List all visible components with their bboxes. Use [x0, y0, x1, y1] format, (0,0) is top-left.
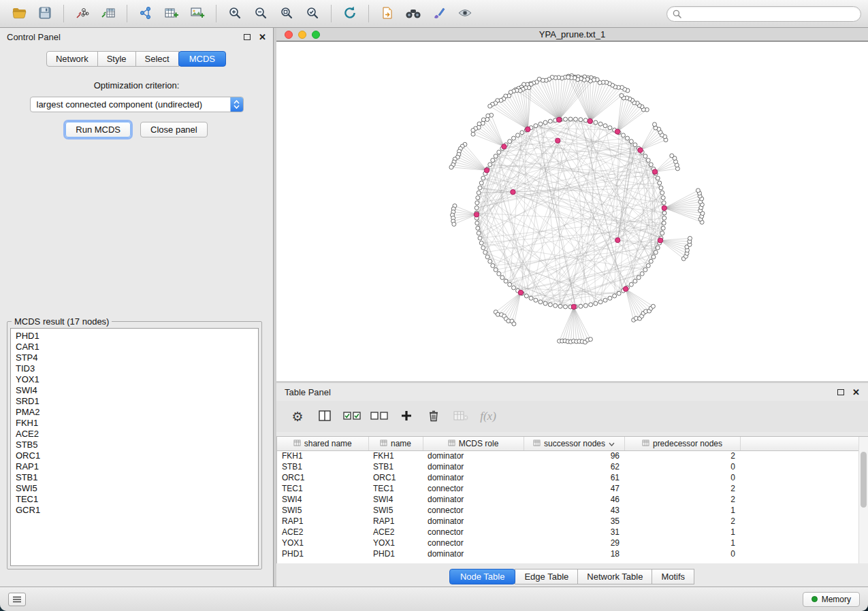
cell-successor_nodes[interactable]: 47: [524, 483, 624, 494]
cell-successor_nodes[interactable]: 31: [524, 527, 624, 538]
open-folder-button[interactable]: [7, 3, 31, 24]
search-objects-button[interactable]: [401, 3, 425, 24]
cell-shared_name[interactable]: ORC1: [277, 472, 368, 483]
mcds-result-node[interactable]: PHD1: [16, 331, 253, 342]
show-columns-button[interactable]: [313, 406, 336, 427]
cell-mcds_role[interactable]: dominator: [423, 461, 524, 472]
float-panel-icon[interactable]: [244, 34, 251, 40]
table-row[interactable]: TEC1TEC1connector472: [277, 483, 859, 494]
criterion-dropdown[interactable]: largest connected component (undirected): [30, 97, 244, 112]
search-input[interactable]: [685, 9, 855, 18]
mcds-result-node[interactable]: TEC1: [16, 494, 253, 505]
cell-predecessor_nodes[interactable]: 0: [624, 548, 740, 559]
cell-successor_nodes[interactable]: 61: [524, 472, 624, 483]
cell-successor_nodes[interactable]: 46: [524, 494, 624, 505]
network-window-titlebar[interactable]: YPA_prune.txt_1: [276, 28, 868, 41]
mcds-result-node[interactable]: STB5: [16, 440, 253, 450]
mcds-result-node[interactable]: SWI5: [16, 483, 253, 494]
table-row[interactable]: FKH1FKH1dominator962: [277, 450, 859, 461]
cell-predecessor_nodes[interactable]: 1: [624, 505, 740, 516]
cell-name[interactable]: ACE2: [368, 527, 423, 538]
tab-mcds[interactable]: MCDS: [178, 51, 226, 67]
column-header-MCDS-role[interactable]: MCDS role: [423, 437, 524, 450]
column-header-name[interactable]: name: [368, 437, 423, 450]
mcds-result-node[interactable]: PMA2: [16, 407, 253, 418]
zoom-selected-button[interactable]: [300, 3, 325, 24]
import-table-button[interactable]: [96, 3, 120, 24]
cell-mcds_role[interactable]: dominator: [423, 548, 524, 559]
show-graphics-button[interactable]: [453, 3, 477, 24]
zoom-in-button[interactable]: [223, 3, 247, 24]
close-panel-icon[interactable]: ✕: [259, 33, 266, 42]
table-scrollbar-thumb[interactable]: [861, 452, 867, 508]
cell-predecessor_nodes[interactable]: 2: [624, 516, 740, 527]
mcds-result-node[interactable]: TID3: [16, 363, 253, 374]
settings-gear-button[interactable]: ⚙: [286, 406, 309, 427]
cell-successor_nodes[interactable]: 18: [524, 548, 624, 559]
table-row[interactable]: RAP1RAP1dominator352: [277, 516, 859, 527]
cell-predecessor_nodes[interactable]: 2: [624, 450, 740, 461]
delete-row-button[interactable]: [422, 406, 445, 427]
export-image-button[interactable]: [185, 3, 210, 24]
share-document-button[interactable]: [375, 3, 400, 24]
search-field[interactable]: [666, 6, 861, 22]
cell-shared_name[interactable]: YOX1: [277, 538, 368, 548]
network-graph[interactable]: [276, 42, 868, 382]
mcds-result-node[interactable]: RAP1: [16, 461, 253, 472]
cell-shared_name[interactable]: ACE2: [277, 527, 368, 538]
mcds-result-list[interactable]: PHD1CAR1STP4TID3YOX1SWI4SRD1PMA2FKH1ACE2…: [10, 328, 259, 566]
memory-button[interactable]: Memory: [803, 592, 860, 607]
cell-name[interactable]: SWI4: [368, 494, 423, 505]
cell-mcds_role[interactable]: dominator: [423, 494, 524, 505]
cell-shared_name[interactable]: STB1: [277, 461, 368, 472]
cell-successor_nodes[interactable]: 96: [524, 450, 624, 461]
tab-motifs[interactable]: Motifs: [652, 569, 694, 584]
zoom-fit-button[interactable]: [274, 3, 299, 24]
tab-select[interactable]: Select: [135, 51, 179, 67]
cell-mcds_role[interactable]: dominator: [423, 472, 524, 483]
mcds-result-node[interactable]: ACE2: [16, 429, 253, 440]
run-mcds-button[interactable]: Run MCDS: [65, 122, 131, 137]
float-table-panel-icon[interactable]: [837, 389, 844, 395]
cell-shared_name[interactable]: RAP1: [277, 516, 368, 527]
cell-mcds_role[interactable]: connector: [423, 505, 524, 516]
mcds-result-node[interactable]: ORC1: [16, 450, 253, 461]
import-network-button[interactable]: [70, 3, 95, 24]
new-table-button[interactable]: [159, 3, 184, 24]
table-row[interactable]: STB1STB1dominator620: [277, 461, 859, 472]
cell-predecessor_nodes[interactable]: 2: [624, 483, 740, 494]
mcds-result-node[interactable]: STB1: [16, 472, 253, 483]
table-row[interactable]: SWI5SWI5connector431: [277, 505, 859, 516]
cell-mcds_role[interactable]: connector: [423, 527, 524, 538]
network-canvas[interactable]: [276, 41, 868, 381]
cell-mcds_role[interactable]: dominator: [423, 450, 524, 461]
tab-node-table[interactable]: Node Table: [449, 569, 516, 584]
cell-name[interactable]: STB1: [368, 461, 423, 472]
cell-predecessor_nodes[interactable]: 0: [624, 472, 740, 483]
cell-name[interactable]: PHD1: [368, 548, 423, 559]
table-row[interactable]: YOX1YOX1connector291: [277, 538, 859, 548]
cell-predecessor_nodes[interactable]: 1: [624, 527, 740, 538]
cell-mcds_role[interactable]: dominator: [423, 516, 524, 527]
mcds-result-node[interactable]: SRD1: [16, 396, 253, 407]
console-button[interactable]: [8, 593, 26, 606]
close-table-panel-icon[interactable]: ✕: [852, 388, 860, 397]
apply-style-button[interactable]: [427, 3, 451, 24]
mcds-result-node[interactable]: STP4: [16, 352, 253, 363]
cell-shared_name[interactable]: SWI4: [277, 494, 368, 505]
table-row[interactable]: ORC1ORC1dominator610: [277, 472, 859, 483]
table-scrollbar[interactable]: [858, 437, 868, 563]
cell-shared_name[interactable]: FKH1: [277, 450, 368, 461]
add-row-button[interactable]: [395, 406, 418, 427]
tab-network[interactable]: Network: [46, 51, 98, 67]
cell-name[interactable]: ORC1: [368, 472, 423, 483]
cell-name[interactable]: FKH1: [368, 450, 423, 461]
cell-mcds_role[interactable]: connector: [423, 483, 524, 494]
cell-predecessor_nodes[interactable]: 1: [624, 538, 740, 548]
column-header-predecessor-nodes[interactable]: predecessor nodes: [624, 437, 740, 450]
cell-successor_nodes[interactable]: 62: [524, 461, 624, 472]
cell-shared_name[interactable]: SWI5: [277, 505, 368, 516]
save-button[interactable]: [33, 3, 57, 24]
cell-name[interactable]: TEC1: [368, 483, 423, 494]
cell-name[interactable]: SWI5: [368, 505, 423, 516]
